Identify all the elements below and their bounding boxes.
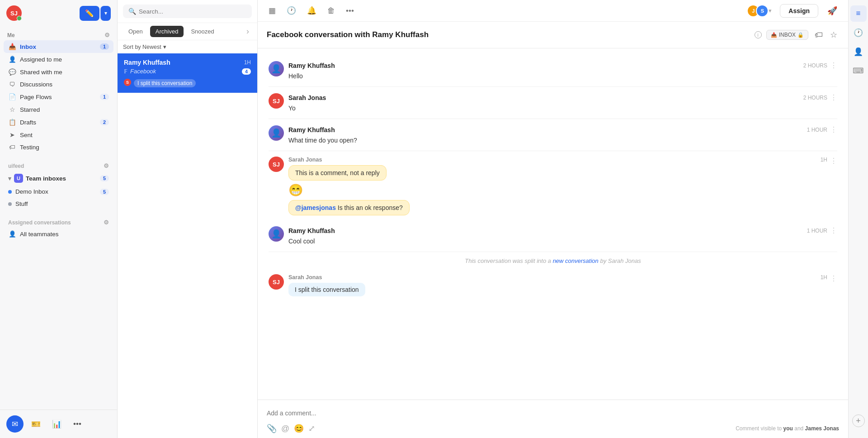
team-inboxes-badge: 5 (100, 175, 109, 181)
message-content: Ramy Khuffash 2 HOURS ⋮ Hello (288, 61, 837, 81)
ramy-avatar: 👤 (269, 125, 284, 141)
me-settings-icon[interactable]: ⚙ (104, 32, 110, 38)
tickets-nav-button[interactable]: 🎫 (27, 415, 44, 433)
split-msg-body: Sarah Jonas I split this conversation (288, 274, 816, 296)
tab-more-button[interactable]: › (244, 26, 252, 37)
conversation-title: Facebook conversation with Ramy Khuffash (267, 30, 750, 39)
inbox-nav-button[interactable]: ✉ (6, 415, 24, 433)
search-icon: 🔍 (128, 8, 136, 15)
compose-footer: 📎 @ 😊 ⤢ Comment visible to you and James… (267, 424, 839, 433)
tab-open[interactable]: Open (123, 26, 148, 37)
sidebar-item-all-teammates[interactable]: 👤 All teammates (4, 228, 113, 240)
compose-icon: ✏️ (85, 9, 94, 18)
ramy-avatar: 👤 (269, 61, 284, 76)
sidebar-item-page-flows[interactable]: 📄 Page Flows 1 (4, 90, 113, 103)
sidebar-item-stuff[interactable]: Stuff (4, 198, 113, 210)
sidebar-header: SJ ✏️ ▾ (0, 0, 117, 26)
compose-james: James Jonas (805, 425, 839, 432)
sidebar-item-discussions[interactable]: 🗨 Discussions (4, 78, 113, 90)
message-row: 👤 Ramy Khuffash 2 HOURS ⋮ Hello (269, 56, 837, 87)
sidebar-item-demo-inbox[interactable]: Demo Inbox 5 (4, 186, 113, 198)
tab-archived[interactable]: Archived (150, 26, 184, 37)
page-flows-badge: 1 (100, 94, 109, 100)
message-more-icon[interactable]: ⋮ (830, 93, 837, 102)
comment-body: Sarah Jonas This is a comment, not a rep… (288, 157, 816, 215)
bell-toolbar-button[interactable]: 🔔 (303, 4, 320, 18)
message-more-icon[interactable]: ⋮ (830, 226, 837, 235)
more-toolbar-button[interactable]: ••• (342, 4, 358, 18)
message-more-icon[interactable]: ⋮ (830, 61, 837, 70)
contact-button[interactable]: 👤 (850, 43, 867, 60)
split-msg-avatar: SJ (269, 274, 284, 290)
compose-button[interactable]: ✏️ (80, 6, 99, 21)
comment-avatar: SJ (269, 157, 284, 172)
attach-button[interactable]: 📎 (267, 424, 277, 433)
clock-toolbar-button[interactable]: 🕐 (283, 4, 300, 18)
mention-button[interactable]: @ (281, 424, 289, 433)
assigned-icon: 👤 (8, 56, 16, 63)
compose-dropdown-button[interactable]: ▾ (100, 6, 111, 21)
compose-area: 📎 @ 😊 ⤢ Comment visible to you and James… (258, 400, 848, 438)
sidebar-item-testing[interactable]: 🏷 Testing (4, 141, 113, 153)
inbox-badge: 📥 INBOX 🔒 (766, 30, 808, 40)
compose-you: you (783, 425, 793, 432)
page-flows-icon: 📄 (8, 93, 16, 100)
message-more-icon[interactable]: ⋮ (830, 125, 837, 134)
assignee-group: J S ▾ (747, 5, 772, 17)
compose-group: ✏️ ▾ (80, 6, 111, 21)
add-plugin-button[interactable]: + (852, 414, 865, 427)
team-inboxes-header[interactable]: ▾ U Team inboxes 5 (4, 171, 113, 186)
user-avatar[interactable]: SJ (6, 5, 22, 21)
trash-toolbar-button[interactable]: 🗑 (324, 4, 339, 18)
sidebar-item-assigned[interactable]: 👤 Assigned to me (4, 53, 113, 66)
me-section: Me ⚙ 📥 Inbox 1 👤 Assigned to me 💬 Shared… (0, 26, 117, 155)
sidebar-item-sent[interactable]: ➤ Sent (4, 129, 113, 141)
keyboard-button[interactable]: ⌨ (850, 62, 867, 79)
assigned-settings-icon[interactable]: ⚙ (104, 219, 109, 226)
emoji-button[interactable]: 😊 (294, 424, 304, 433)
sj-avatar: SJ (269, 93, 284, 109)
compose-input[interactable] (267, 406, 839, 420)
team-section-title: uifeed ⚙ (4, 157, 113, 171)
reports-nav-button[interactable]: 📊 (48, 415, 65, 433)
split-more-icon[interactable]: ⋮ (830, 274, 837, 283)
lock-icon: 🔒 (797, 32, 804, 38)
mention-link[interactable]: @jamesjonas (295, 204, 336, 211)
grid-toolbar-button[interactable]: ▦ (265, 4, 279, 18)
new-conversation-link[interactable]: new conversation (553, 257, 599, 264)
conversation-item[interactable]: Ramy Khuffash 1H 𝔽 Facebook 4 S I split … (118, 53, 257, 93)
assignee-avatar-s: S (756, 5, 769, 17)
sidebar-item-inbox[interactable]: 📥 Inbox 1 (4, 40, 113, 53)
more-nav-button[interactable]: ••• (69, 415, 86, 433)
rocket-button[interactable]: 🚀 (824, 4, 841, 18)
split-avatar: S (124, 79, 131, 86)
sidebar-item-drafts[interactable]: 📋 Drafts 2 (4, 116, 113, 129)
message-content: Ramy Khuffash 1 HOUR ⋮ What time do you … (288, 125, 837, 145)
team-settings-icon[interactable]: ⚙ (104, 162, 109, 169)
main-panel: ▦ 🕐 🔔 🗑 ••• J S ▾ Assign 🚀 Facebook conv… (258, 0, 848, 438)
split-message-row: SJ Sarah Jonas I split this conversation… (269, 270, 837, 301)
message-content: Ramy Khuffash 1 HOUR ⋮ Cool cool (288, 226, 837, 246)
timeline-button[interactable]: 🕐 (850, 24, 867, 41)
conversation-detail-button[interactable]: ≡ (850, 5, 867, 22)
info-icon[interactable]: i (755, 31, 762, 38)
comment-more-icon[interactable]: ⋮ (830, 157, 837, 165)
star-button[interactable]: ☆ (828, 28, 839, 42)
assign-button[interactable]: Assign (780, 4, 818, 18)
conversation-list: 🔍 Open Archived Snoozed › Sort by Newest… (118, 0, 258, 438)
assignee-dropdown-button[interactable]: ▾ (769, 7, 772, 14)
expand-button[interactable]: ⤢ (308, 424, 315, 433)
conv-sub: 𝔽 Facebook 4 (124, 68, 251, 75)
facebook-icon: 𝔽 (124, 68, 127, 75)
sidebar-bottom: ✉ 🎫 📊 ••• (0, 409, 117, 438)
conversation-tabs: Open Archived Snoozed › (118, 23, 257, 40)
sort-control[interactable]: Sort by Newest ▾ (118, 40, 257, 53)
assigned-convs-title: Assigned conversations ⚙ (4, 214, 113, 228)
tag-button[interactable]: 🏷 (813, 29, 825, 42)
comment-row: SJ Sarah Jonas This is a comment, not a … (269, 152, 837, 220)
sidebar-item-starred[interactable]: ☆ Starred (4, 103, 113, 116)
tab-snoozed[interactable]: Snoozed (185, 26, 219, 37)
search-input[interactable] (139, 8, 246, 15)
me-label: Me ⚙ (4, 28, 113, 40)
sidebar-item-shared[interactable]: 💬 Shared with me (4, 66, 113, 78)
